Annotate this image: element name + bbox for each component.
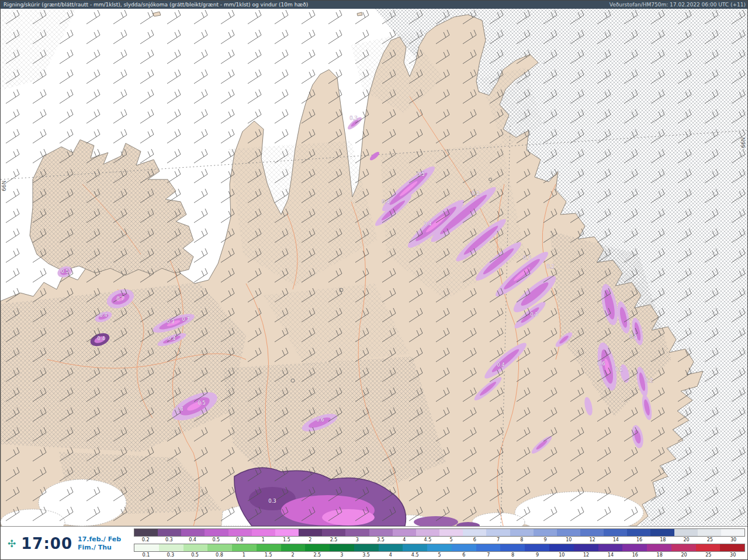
legend-cell	[158, 529, 181, 536]
legend-value: 18	[647, 552, 672, 559]
legend-value: 1	[231, 552, 256, 559]
precip-value-label: 0.2	[645, 378, 653, 383]
legend-cell	[647, 544, 671, 551]
legend-value: 0.3	[158, 552, 183, 559]
legend-cell	[134, 529, 158, 536]
rain-colorbar	[134, 544, 745, 552]
legend-value: 2.5	[322, 537, 345, 544]
legend-value: 30	[721, 552, 745, 559]
weather-map: 66N 66N	[1, 9, 748, 526]
precip-value-label: 0.4	[424, 221, 432, 227]
legend-value: 12	[580, 537, 604, 544]
legend-cell	[604, 529, 627, 536]
precip-value-label: 0.4	[382, 199, 390, 205]
valid-date: 17.feb./ Feb Fim./ Thu	[78, 535, 121, 552]
legend-cell	[345, 529, 369, 536]
legend-value: 0.5	[205, 537, 228, 544]
precip-value-label: 0.3	[167, 319, 175, 324]
legend-value: 14	[604, 537, 628, 544]
precip-value-label: 0.5	[61, 268, 69, 274]
legend-value: 4.5	[403, 552, 427, 559]
legend-value: 0.5	[183, 552, 207, 559]
legend-cell	[281, 544, 306, 551]
precip-value-label: 0.3	[530, 312, 538, 317]
forecast-image: Rigning/skúrir (grænt/blátt/rautt - mm/1…	[0, 0, 748, 560]
legend-cell	[403, 544, 427, 551]
precip-value-label: 0.7	[182, 316, 190, 322]
legend-value: 1.5	[256, 552, 280, 559]
map-canvas: 66N 66N	[1, 9, 748, 526]
legend-value: 10	[549, 552, 574, 559]
legend-value: 25	[698, 537, 722, 544]
legend-value: 1.5	[275, 537, 298, 544]
legend-value: 1	[251, 537, 275, 544]
legend-cell	[257, 544, 281, 551]
legend-value: 8	[510, 537, 534, 544]
legend-cell	[720, 544, 744, 551]
legend-cell	[698, 529, 721, 536]
legend-value: 8	[501, 552, 525, 559]
legend-cell	[463, 529, 486, 536]
snow-colorbar	[134, 528, 745, 537]
legend-value: 4	[378, 552, 403, 559]
legend-value: 20	[674, 537, 698, 544]
legend-cell	[557, 529, 580, 536]
legend-cell	[369, 529, 393, 536]
legend-cell	[393, 529, 416, 536]
legend-cell	[183, 544, 208, 551]
precip-value-label: 0.4	[168, 336, 176, 341]
legend-cell	[228, 529, 252, 536]
precip-value-label: 0.2	[615, 367, 623, 372]
legend-value: 10	[557, 537, 580, 544]
precip-value-label: 0.6	[597, 361, 605, 367]
footer-bar: ✣ 17:00 17.feb./ Feb Fim./ Thu 0.20.30.4…	[1, 526, 748, 560]
legend-cell	[330, 544, 354, 551]
legend-cell	[627, 529, 650, 536]
legend-cell	[598, 544, 623, 551]
legend-cell	[159, 544, 183, 551]
legend-value: 3.5	[369, 537, 392, 544]
legend-cell	[252, 529, 275, 536]
header-model-timestamp: Veðurstofan/HM750m: 17.02.2022 06:00 UTC…	[610, 2, 746, 8]
legend-cell	[354, 544, 379, 551]
header-legend-text: Rigning/skúrir (grænt/blátt/rautt - mm/1…	[4, 2, 308, 8]
legend-value: 12	[574, 552, 598, 559]
wind-barbs-layer	[1, 9, 748, 526]
legend-value: 2	[299, 537, 322, 544]
precip-value-label: 0.5	[417, 171, 425, 177]
legend-value: 30	[722, 537, 745, 544]
legend-value: 6	[463, 537, 486, 544]
precip-value-label: 0.2	[472, 191, 480, 196]
legend-value: 3	[330, 552, 354, 559]
header-bar: Rigning/skúrir (grænt/blátt/rautt - mm/1…	[1, 1, 748, 9]
legend-value: 0.8	[207, 552, 232, 559]
legend-cell	[525, 544, 549, 551]
legend-value: 3.5	[354, 552, 379, 559]
legend-value: 2	[280, 552, 305, 559]
legend-cell	[721, 529, 744, 536]
legend-value: 0.4	[181, 537, 204, 544]
legend-cell	[549, 544, 574, 551]
legend-value: 9	[525, 552, 550, 559]
legend-panel: 0.20.30.40.50.811.522.533.544.5567891012…	[134, 527, 748, 560]
rain-colorbar-values: 0.10.30.50.811.522.533.544.5567891012141…	[134, 552, 745, 559]
legend-value: 2.5	[305, 552, 330, 559]
legend-cell	[416, 529, 439, 536]
precip-value-label: 0.5	[629, 334, 638, 340]
legend-cell	[674, 529, 698, 536]
legend-cell	[574, 544, 598, 551]
date-line-2: Fim./ Thu	[78, 544, 121, 552]
precip-value-label: 0.4	[497, 362, 505, 368]
legend-cell	[232, 544, 257, 551]
precip-value-label: 0.3	[349, 115, 358, 121]
legend-value: 3	[345, 537, 369, 544]
legend-cell	[486, 529, 510, 536]
precip-value-label: 0.6	[316, 417, 324, 423]
legend-cell	[322, 529, 345, 536]
legend-value: 14	[598, 552, 623, 559]
legend-cell	[476, 544, 501, 551]
legend-value: 5	[427, 552, 452, 559]
legend-value: 7	[487, 537, 510, 544]
precip-value-label: 0.4	[97, 336, 105, 341]
legend-value: 0.8	[228, 537, 251, 544]
